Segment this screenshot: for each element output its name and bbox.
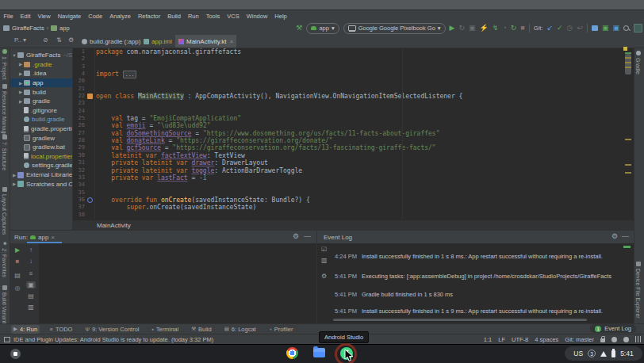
tree-item-scratches-and-consoles[interactable]: ▶Scratches and Consoles bbox=[10, 179, 72, 189]
menu-item-edit[interactable]: Edit bbox=[17, 13, 34, 20]
inspections-face-icon[interactable] bbox=[611, 337, 617, 342]
close-icon[interactable]: × bbox=[51, 234, 55, 241]
menu-item-help[interactable]: Help bbox=[271, 13, 290, 20]
breadcrumb-class[interactable]: MainActivity bbox=[97, 222, 131, 229]
git-commit-icon[interactable]: ✓ bbox=[557, 22, 563, 34]
inspection-indicator[interactable] bbox=[623, 47, 627, 51]
gear-icon[interactable]: ⚙ bbox=[68, 36, 74, 44]
git-history-icon[interactable]: ◷ bbox=[567, 22, 573, 34]
tree-item-external-libraries[interactable]: ▶External Libraries bbox=[10, 170, 72, 180]
breadcrumb-module[interactable]: app bbox=[59, 25, 70, 32]
project-view-selector[interactable]: P.. ▾ bbox=[14, 36, 26, 44]
code-line[interactable]: 29 val gcfSource = "https://giraffeconse… bbox=[73, 144, 634, 151]
locate-file-icon[interactable]: ⊘ bbox=[43, 36, 48, 44]
menu-item-code[interactable]: Code bbox=[85, 13, 106, 20]
code-line[interactable]: 1package com.naranjaconsal.giraffefacts bbox=[73, 48, 634, 55]
tree-item-app[interactable]: ▶app bbox=[10, 78, 72, 88]
tree-item-gradle[interactable]: ▶gradle bbox=[10, 97, 72, 106]
minimize-icon[interactable]: — bbox=[304, 232, 311, 240]
tool-window-button-build[interactable]: ⚒Build bbox=[189, 325, 214, 334]
tree-item-gradle-properties[interactable]: gradle.properties bbox=[10, 124, 72, 134]
code-line[interactable]: 25 val tag = "EmojiCompatApplication" bbox=[73, 115, 634, 122]
gradle-sync-icon[interactable] bbox=[592, 25, 598, 31]
tool-button-build-variants[interactable]: Build Variants bbox=[0, 285, 10, 327]
menu-item-analyze[interactable]: Analyze bbox=[106, 13, 135, 20]
run-config-select[interactable]: app ▾ bbox=[306, 23, 339, 34]
tool-button-project[interactable]: 1: Project bbox=[0, 49, 10, 80]
code-line[interactable]: 3 bbox=[73, 63, 634, 71]
gear-icon[interactable]: ⚙ bbox=[293, 232, 299, 240]
assistant-icon[interactable] bbox=[634, 24, 642, 32]
clear-console-icon[interactable]: ▥ bbox=[26, 304, 36, 311]
override-gutter-icon[interactable] bbox=[87, 197, 93, 203]
code-line[interactable]: 32 private lateinit var toggle: ActionBa… bbox=[73, 167, 634, 174]
menu-item-refactor[interactable]: Refactor bbox=[134, 13, 163, 20]
horizontal-scrollbar[interactable] bbox=[333, 319, 587, 321]
sync-app-icon[interactable]: ↻ bbox=[511, 22, 517, 34]
close-icon[interactable]: × bbox=[230, 38, 234, 45]
code-line[interactable]: 22open class MainActivity : AppCompatAct… bbox=[73, 93, 634, 100]
git-update-icon[interactable]: ↙ bbox=[546, 22, 553, 34]
code-line[interactable]: 4import ... bbox=[73, 71, 634, 78]
run-button[interactable]: ▶ bbox=[450, 22, 455, 34]
minimize-icon[interactable]: — bbox=[622, 232, 629, 240]
mark-read-icon[interactable]: ☑ bbox=[321, 246, 327, 253]
code-line[interactable]: 24 bbox=[73, 108, 634, 115]
gear-icon[interactable]: ⚙ bbox=[611, 232, 618, 240]
code-line[interactable]: 35 bbox=[73, 189, 634, 197]
soft-wrap-icon[interactable]: ≡ bbox=[26, 270, 36, 277]
tool-button-resource-manager[interactable]: Resource Manager bbox=[0, 84, 10, 139]
code-line[interactable]: 23 bbox=[73, 100, 634, 107]
apply-changes-icon[interactable]: ⚡ bbox=[480, 22, 489, 34]
coverage-icon[interactable]: ▣ bbox=[469, 22, 476, 34]
code-line[interactable]: 38 bbox=[73, 212, 634, 219]
build-hammer-icon[interactable]: ⚒ bbox=[296, 22, 302, 34]
tool-window-button-6-logcat[interactable]: ▤6: Logcat bbox=[222, 325, 259, 334]
system-tray[interactable]: US 3 5:41 bbox=[565, 346, 642, 361]
code-line[interactable]: 2 bbox=[73, 55, 634, 63]
tree-item-giraffefacts[interactable]: ▼GiraffeFacts~/S bbox=[10, 51, 72, 60]
profile-icon[interactable]: ◔ bbox=[502, 22, 506, 34]
tree-item--idea[interactable]: ▶.idea bbox=[10, 69, 72, 78]
code-line[interactable]: 33 private var lastFact = -1 bbox=[73, 174, 634, 182]
search-icon[interactable] bbox=[623, 25, 630, 32]
menu-item-build[interactable]: Build bbox=[164, 13, 185, 20]
sdk-manager-icon[interactable]: ▣ bbox=[612, 22, 619, 34]
menu-item-window[interactable]: Window bbox=[243, 13, 271, 20]
tool-button-favorites[interactable]: ★2: Favorites bbox=[0, 241, 10, 277]
file-encoding[interactable]: UTF-8 bbox=[512, 336, 528, 343]
inspections-face-icon[interactable] bbox=[623, 337, 629, 342]
tool-window-button-terminal[interactable]: ▪Terminal bbox=[150, 325, 182, 334]
menu-item-file[interactable]: File bbox=[0, 13, 17, 20]
memory-indicator-icon[interactable] bbox=[635, 336, 641, 342]
tool-window-button-profiler[interactable]: ◔Profiler bbox=[266, 325, 296, 334]
git-branch[interactable]: Git: master bbox=[565, 336, 594, 343]
code-line[interactable]: 36 override fun onCreate(savedInstanceSt… bbox=[73, 197, 634, 204]
code-line[interactable]: 28 val donateLink = "https://giraffecons… bbox=[73, 137, 634, 144]
tool-button-structure[interactable]: 7: Structure bbox=[0, 135, 10, 170]
restore-layout-icon[interactable]: ▤ bbox=[13, 272, 22, 279]
tool-window-button-4-run[interactable]: ▶4: Run bbox=[11, 325, 40, 334]
collapse-all-icon[interactable]: ⇅ bbox=[56, 36, 62, 44]
tree-item-build-gradle[interactable]: build.gradle bbox=[10, 115, 72, 124]
caret-position[interactable]: 1:1 bbox=[484, 336, 492, 343]
pin-icon[interactable]: ◎ bbox=[13, 285, 22, 292]
tab-mainactivity[interactable]: MainActivity.kt × bbox=[175, 35, 236, 48]
git-rollback-icon[interactable]: ↩ bbox=[577, 22, 583, 34]
unlock-icon[interactable] bbox=[600, 338, 605, 342]
menu-item-tools[interactable]: Tools bbox=[202, 13, 224, 20]
status-message[interactable]: IDE and Plugin Updates: Android Studio i… bbox=[4, 336, 213, 343]
clear-log-icon[interactable]: ▥ bbox=[321, 257, 328, 264]
code-line[interactable]: 34 bbox=[73, 182, 634, 189]
menu-item-navigate[interactable]: Navigate bbox=[54, 13, 85, 20]
indent-setting[interactable]: 4 spaces bbox=[535, 336, 558, 343]
code-line[interactable]: 20 bbox=[73, 78, 634, 85]
tool-window-button-9-version-control[interactable]: Ψ9: Version Control bbox=[82, 325, 141, 334]
event-log-badge[interactable]: 1 Event Log bbox=[590, 324, 636, 333]
launcher-button[interactable] bbox=[10, 349, 21, 359]
stop-icon[interactable]: ■ bbox=[520, 22, 524, 34]
tool-window-button-todo[interactable]: ≡TODO bbox=[48, 325, 75, 334]
breadcrumb-project[interactable]: GiraffeFacts bbox=[12, 25, 44, 32]
code-line[interactable]: 37 super.onCreate(savedInstanceState) bbox=[73, 204, 634, 211]
up-stack-trace-icon[interactable]: ↑ bbox=[26, 246, 36, 254]
